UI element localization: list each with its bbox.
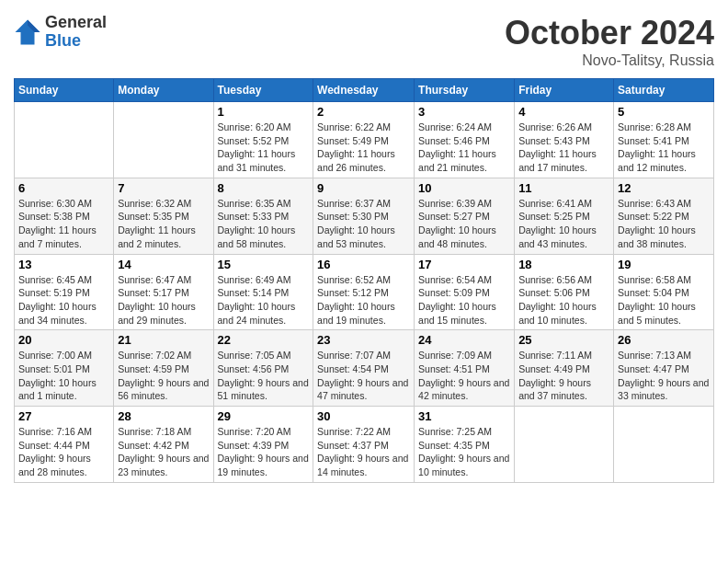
- day-number: 13: [18, 258, 109, 271]
- calendar-cell: 10Sunrise: 6:39 AMSunset: 5:27 PMDayligh…: [415, 178, 515, 254]
- logo-icon: [14, 18, 41, 46]
- calendar-cell: [15, 102, 114, 178]
- day-info: Sunrise: 7:11 AMSunset: 4:49 PMDaylight:…: [518, 349, 609, 403]
- header-friday: Friday: [515, 79, 614, 102]
- calendar-cell: 5Sunrise: 6:28 AMSunset: 5:41 PMDaylight…: [614, 102, 714, 178]
- day-number: 11: [518, 181, 609, 195]
- day-info: Sunrise: 6:28 AMSunset: 5:41 PMDaylight:…: [618, 121, 710, 175]
- calendar-cell: 23Sunrise: 7:07 AMSunset: 4:54 PMDayligh…: [313, 330, 415, 407]
- calendar-cell: 1Sunrise: 6:20 AMSunset: 5:52 PMDaylight…: [213, 102, 313, 178]
- calendar-cell: 29Sunrise: 7:20 AMSunset: 4:39 PMDayligh…: [213, 407, 313, 483]
- header-saturday: Saturday: [614, 79, 714, 102]
- day-number: 24: [418, 333, 510, 347]
- title-area: October 2024 Novo-Talitsy, Russia: [505, 14, 714, 69]
- calendar-cell: 17Sunrise: 6:54 AMSunset: 5:09 PMDayligh…: [415, 254, 515, 330]
- day-info: Sunrise: 6:52 AMSunset: 5:12 PMDaylight:…: [317, 273, 410, 327]
- calendar-cell: 25Sunrise: 7:11 AMSunset: 4:49 PMDayligh…: [515, 330, 614, 407]
- day-number: 10: [418, 181, 510, 195]
- day-number: 23: [317, 333, 410, 347]
- week-row-1: 1Sunrise: 6:20 AMSunset: 5:52 PMDaylight…: [15, 102, 714, 178]
- day-number: 31: [418, 409, 510, 423]
- day-info: Sunrise: 7:07 AMSunset: 4:54 PMDaylight:…: [317, 349, 410, 403]
- day-info: Sunrise: 6:30 AMSunset: 5:38 PMDaylight:…: [18, 197, 109, 251]
- calendar-cell: 14Sunrise: 6:47 AMSunset: 5:17 PMDayligh…: [114, 254, 213, 330]
- day-info: Sunrise: 6:39 AMSunset: 5:27 PMDaylight:…: [418, 197, 510, 251]
- calendar-cell: 21Sunrise: 7:02 AMSunset: 4:59 PMDayligh…: [114, 330, 213, 407]
- calendar-cell: 6Sunrise: 6:30 AMSunset: 5:38 PMDaylight…: [15, 178, 114, 254]
- day-info: Sunrise: 6:20 AMSunset: 5:52 PMDaylight:…: [218, 121, 310, 175]
- day-info: Sunrise: 7:22 AMSunset: 4:37 PMDaylight:…: [317, 425, 410, 479]
- week-row-2: 6Sunrise: 6:30 AMSunset: 5:38 PMDaylight…: [15, 178, 714, 254]
- day-info: Sunrise: 7:20 AMSunset: 4:39 PMDaylight:…: [218, 425, 310, 479]
- day-number: 7: [118, 181, 209, 195]
- day-number: 9: [317, 181, 410, 195]
- day-number: 5: [618, 105, 710, 119]
- day-info: Sunrise: 7:13 AMSunset: 4:47 PMDaylight:…: [618, 349, 710, 403]
- location: Novo-Talitsy, Russia: [505, 52, 714, 69]
- day-number: 14: [118, 258, 209, 271]
- day-number: 2: [317, 105, 410, 119]
- day-info: Sunrise: 6:54 AMSunset: 5:09 PMDaylight:…: [418, 273, 510, 327]
- header-wednesday: Wednesday: [313, 79, 415, 102]
- day-number: 16: [317, 258, 410, 271]
- calendar-cell: 27Sunrise: 7:16 AMSunset: 4:44 PMDayligh…: [15, 407, 114, 483]
- day-number: 28: [118, 409, 209, 423]
- logo-blue: Blue: [45, 32, 107, 51]
- calendar-cell: 12Sunrise: 6:43 AMSunset: 5:22 PMDayligh…: [614, 178, 714, 254]
- calendar-cell: 18Sunrise: 6:56 AMSunset: 5:06 PMDayligh…: [515, 254, 614, 330]
- calendar-cell: [114, 102, 213, 178]
- calendar-cell: [614, 407, 714, 483]
- day-number: 22: [218, 333, 310, 347]
- calendar-cell: 26Sunrise: 7:13 AMSunset: 4:47 PMDayligh…: [614, 330, 714, 407]
- day-info: Sunrise: 6:22 AMSunset: 5:49 PMDaylight:…: [317, 121, 410, 175]
- week-row-4: 20Sunrise: 7:00 AMSunset: 5:01 PMDayligh…: [15, 330, 714, 407]
- header-tuesday: Tuesday: [213, 79, 313, 102]
- day-number: 29: [218, 409, 310, 423]
- day-info: Sunrise: 7:18 AMSunset: 4:42 PMDaylight:…: [118, 425, 209, 479]
- day-info: Sunrise: 7:00 AMSunset: 5:01 PMDaylight:…: [18, 349, 109, 403]
- logo-text: General Blue: [45, 14, 107, 51]
- calendar-cell: 30Sunrise: 7:22 AMSunset: 4:37 PMDayligh…: [313, 407, 415, 483]
- logo-general: General: [45, 14, 107, 32]
- day-info: Sunrise: 6:49 AMSunset: 5:14 PMDaylight:…: [218, 273, 310, 327]
- calendar-table: SundayMondayTuesdayWednesdayThursdayFrid…: [14, 78, 714, 483]
- day-info: Sunrise: 6:37 AMSunset: 5:30 PMDaylight:…: [317, 197, 410, 251]
- day-number: 15: [218, 258, 310, 271]
- day-info: Sunrise: 7:02 AMSunset: 4:59 PMDaylight:…: [118, 349, 209, 403]
- calendar-cell: 16Sunrise: 6:52 AMSunset: 5:12 PMDayligh…: [313, 254, 415, 330]
- day-number: 8: [218, 181, 310, 195]
- day-info: Sunrise: 6:41 AMSunset: 5:25 PMDaylight:…: [518, 197, 609, 251]
- day-info: Sunrise: 7:09 AMSunset: 4:51 PMDaylight:…: [418, 349, 510, 403]
- calendar-cell: 11Sunrise: 6:41 AMSunset: 5:25 PMDayligh…: [515, 178, 614, 254]
- header-monday: Monday: [114, 79, 213, 102]
- calendar-cell: 3Sunrise: 6:24 AMSunset: 5:46 PMDaylight…: [415, 102, 515, 178]
- day-info: Sunrise: 7:05 AMSunset: 4:56 PMDaylight:…: [218, 349, 310, 403]
- day-number: 19: [618, 258, 710, 271]
- day-number: 20: [18, 333, 109, 347]
- calendar-cell: [515, 407, 614, 483]
- day-info: Sunrise: 6:47 AMSunset: 5:17 PMDaylight:…: [118, 273, 209, 327]
- calendar-cell: 8Sunrise: 6:35 AMSunset: 5:33 PMDaylight…: [213, 178, 313, 254]
- calendar-cell: 9Sunrise: 6:37 AMSunset: 5:30 PMDaylight…: [313, 178, 415, 254]
- day-number: 18: [518, 258, 609, 271]
- calendar-cell: 2Sunrise: 6:22 AMSunset: 5:49 PMDaylight…: [313, 102, 415, 178]
- month-title: October 2024: [505, 14, 714, 52]
- day-info: Sunrise: 6:56 AMSunset: 5:06 PMDaylight:…: [518, 273, 609, 327]
- day-info: Sunrise: 6:58 AMSunset: 5:04 PMDaylight:…: [618, 273, 710, 327]
- day-number: 1: [218, 105, 310, 119]
- day-number: 17: [418, 258, 510, 271]
- day-number: 6: [18, 181, 109, 195]
- calendar-cell: 15Sunrise: 6:49 AMSunset: 5:14 PMDayligh…: [213, 254, 313, 330]
- day-number: 12: [618, 181, 710, 195]
- day-info: Sunrise: 6:32 AMSunset: 5:35 PMDaylight:…: [118, 197, 209, 251]
- calendar-cell: 13Sunrise: 6:45 AMSunset: 5:19 PMDayligh…: [15, 254, 114, 330]
- page-header: General Blue October 2024 Novo-Talitsy, …: [14, 14, 714, 69]
- calendar-header-row: SundayMondayTuesdayWednesdayThursdayFrid…: [15, 79, 714, 102]
- day-info: Sunrise: 6:26 AMSunset: 5:43 PMDaylight:…: [518, 121, 609, 175]
- calendar-cell: 22Sunrise: 7:05 AMSunset: 4:56 PMDayligh…: [213, 330, 313, 407]
- day-number: 4: [518, 105, 609, 119]
- calendar-cell: 24Sunrise: 7:09 AMSunset: 4:51 PMDayligh…: [415, 330, 515, 407]
- day-info: Sunrise: 6:43 AMSunset: 5:22 PMDaylight:…: [618, 197, 710, 251]
- header-thursday: Thursday: [415, 79, 515, 102]
- logo: General Blue: [14, 14, 107, 51]
